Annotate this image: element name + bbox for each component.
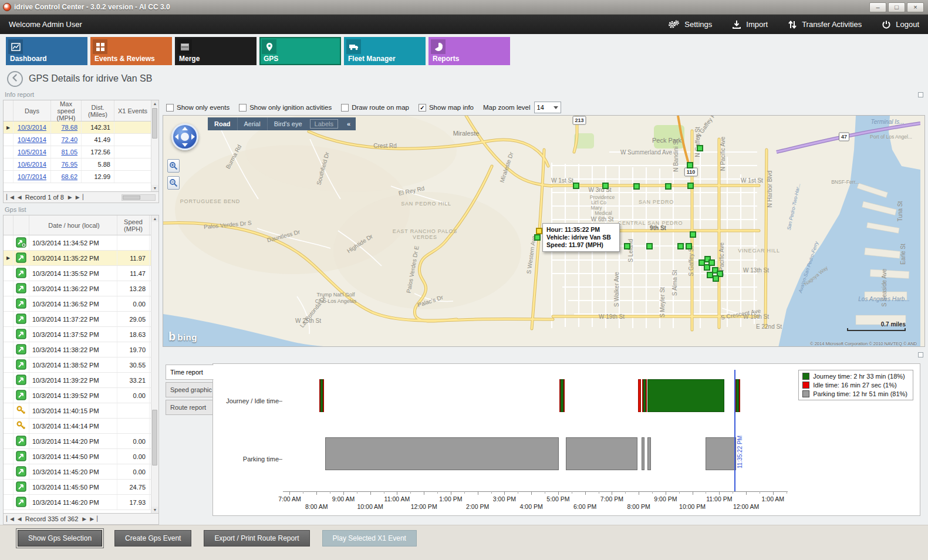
checkbox-box[interactable] — [239, 104, 247, 112]
day-link[interactable]: 10/6/2014 — [18, 161, 46, 168]
gps-list-row[interactable]: 10/3/2014 11:39:52 PM0.00 — [4, 388, 151, 403]
gps-point-marker[interactable] — [686, 243, 692, 249]
pan-east-icon[interactable] — [191, 134, 195, 140]
map-tabs-collapse-icon[interactable]: « — [342, 117, 356, 130]
scroll-down-icon[interactable]: ▼ — [151, 185, 158, 191]
gps-point-marker[interactable] — [677, 243, 684, 249]
checkbox-box[interactable] — [341, 104, 349, 112]
nav-tile-merge[interactable]: Merge — [175, 37, 257, 65]
footer-button-show-gps-selection[interactable]: Show Gps Selection — [18, 530, 102, 546]
nav-tile-events-reviews[interactable]: Events & Reviews — [90, 37, 172, 65]
minimize-button[interactable]: – — [869, 2, 886, 12]
topbar-action-import[interactable]: Import — [732, 20, 768, 29]
info-report-row[interactable]: 10/6/201476.955.88 — [4, 158, 151, 171]
info-report-row[interactable]: 10/5/201481.05172.56 — [4, 146, 151, 158]
prev-page-icon[interactable]: ◀ — [18, 194, 21, 200]
gps-list-row[interactable]: 10/3/2014 11:35:52 PM11.47 — [4, 266, 151, 281]
first-page-icon[interactable]: ▏◀ — [6, 516, 14, 522]
map-style-tab-road[interactable]: Road — [208, 117, 237, 130]
gps-list-row[interactable]: 10/3/2014 11:39:22 PM33.21 — [4, 373, 151, 388]
gps-point-marker[interactable] — [708, 259, 715, 266]
gps-list-row[interactable]: 10/3/2014 11:36:52 PM0.00 — [4, 296, 151, 312]
topbar-action-logout[interactable]: Logout — [882, 20, 919, 29]
pan-north-icon[interactable] — [182, 127, 188, 130]
selected-gps-point-marker[interactable] — [536, 228, 542, 234]
gps-list-vertical-scrollbar[interactable]: ▲ ▼ — [151, 215, 158, 513]
maximize-button[interactable]: □ — [888, 2, 905, 12]
checkbox-draw-route-on-map[interactable]: Draw route on map — [341, 104, 409, 112]
horizontal-scrollbar[interactable] — [122, 194, 156, 201]
topbar-action-settings[interactable]: Settings — [668, 20, 712, 29]
gps-point-marker[interactable] — [690, 231, 696, 238]
gps-list-row[interactable]: 10/3/2014 11:45:50 PM24.75 — [4, 480, 151, 495]
day-link[interactable]: 10/3/2014 — [18, 124, 46, 131]
map-style-tab-labels[interactable]: Labels — [310, 119, 338, 129]
checkbox-show-map-info[interactable]: ✓Show map info — [419, 104, 474, 112]
gps-point-marker[interactable] — [687, 162, 693, 168]
info-report-row[interactable]: ▶10/3/201478.68142.31 — [4, 122, 151, 134]
gps-point-marker[interactable] — [665, 183, 671, 190]
first-page-icon[interactable]: ▏◀ — [6, 194, 14, 200]
nav-tile-dashboard[interactable]: Dashboard — [6, 37, 87, 65]
pan-south-icon[interactable] — [182, 143, 188, 147]
last-page-icon[interactable]: ▶▕ — [76, 194, 83, 200]
chart-tab-time-report[interactable]: Time report — [166, 365, 214, 380]
day-link[interactable]: 10/7/2014 — [18, 173, 46, 180]
gps-list-row[interactable]: ▶10/3/2014 11:35:22 PM11.97 — [4, 251, 151, 266]
max-speed-link[interactable]: 78.68 — [61, 124, 77, 131]
gps-list-row[interactable]: 10/3/2014 11:36:22 PM13.28 — [4, 281, 151, 296]
next-page-icon[interactable]: ▶ — [68, 194, 72, 200]
gps-list-row[interactable]: 10/3/2014 11:34:52 PM — [4, 235, 151, 251]
last-page-icon[interactable]: ▶▕ — [90, 516, 97, 522]
info-report-vertical-scrollbar[interactable]: ▲ ▼ — [151, 100, 158, 191]
zoom-in-button[interactable] — [167, 159, 180, 173]
gps-point-marker[interactable] — [624, 243, 630, 249]
chart-tab-speed-graphic[interactable]: Speed graphic — [166, 382, 213, 397]
pan-center-icon[interactable] — [181, 133, 189, 141]
checkbox-box[interactable] — [166, 104, 174, 112]
close-button[interactable]: × — [907, 2, 924, 12]
gps-point-marker[interactable] — [633, 183, 640, 190]
next-page-icon[interactable]: ▶ — [82, 516, 86, 522]
chart-tab-route-report[interactable]: Route report — [166, 400, 213, 415]
gps-point-marker[interactable] — [646, 243, 653, 249]
gps-list-row[interactable]: 10/3/2014 11:44:50 PM0.00 — [4, 449, 151, 464]
zoom-out-button[interactable] — [167, 176, 180, 190]
gps-point-marker[interactable] — [534, 234, 541, 241]
pan-west-icon[interactable] — [175, 134, 178, 140]
scroll-up-icon[interactable]: ▲ — [151, 215, 158, 222]
gps-point-marker[interactable] — [602, 183, 609, 189]
nav-tile-reports[interactable]: Reports — [428, 37, 510, 65]
map-canvas[interactable]: MiralesteMiraleste DrPeck ParkW Summerla… — [163, 116, 920, 347]
topbar-action-transfer-activities[interactable]: Transfer Activities — [788, 20, 862, 29]
back-button[interactable] — [7, 71, 23, 87]
info-report-row[interactable]: 10/7/201468.6212.99 — [4, 171, 151, 183]
gps-list-row[interactable]: 10/3/2014 11:46:20 PM17.93 — [4, 495, 151, 510]
gps-list-row[interactable]: 10/3/2014 11:45:20 PM0.00 — [4, 464, 151, 480]
nav-tile-fleet-manager[interactable]: Fleet Manager — [344, 37, 426, 65]
info-report-row[interactable]: 10/4/201472.4041.49 — [4, 134, 151, 146]
footer-button-create-gps-event[interactable]: Create Gps Event — [114, 530, 191, 546]
max-speed-link[interactable]: 72.40 — [61, 136, 77, 143]
checkbox-show-only-events[interactable]: Show only events — [166, 104, 230, 112]
scrollbar-thumb[interactable] — [152, 410, 157, 465]
gps-point-marker[interactable] — [713, 275, 719, 282]
checkbox-box[interactable]: ✓ — [419, 104, 426, 112]
checkbox-show-only-ignition-activities[interactable]: Show only ignition activities — [239, 104, 332, 112]
prev-page-icon[interactable]: ◀ — [18, 516, 21, 522]
map-panel-collapse-button[interactable] — [918, 92, 923, 97]
map-style-tab-aerial[interactable]: Aerial — [237, 117, 267, 130]
day-link[interactable]: 10/5/2014 — [18, 149, 46, 156]
scrollbar-thumb[interactable] — [152, 108, 157, 139]
map-pan-compass-icon[interactable] — [171, 123, 198, 150]
gps-list-row[interactable]: 10/3/2014 11:38:52 PM30.55 — [4, 357, 151, 373]
max-speed-link[interactable]: 81.05 — [61, 149, 77, 156]
map-container[interactable]: MiralesteMiraleste DrPeck ParkW Summerla… — [163, 115, 925, 347]
gps-point-marker[interactable] — [573, 183, 579, 189]
scroll-up-icon[interactable]: ▲ — [151, 100, 158, 107]
scrollbar-thumb[interactable] — [123, 195, 140, 200]
gps-list-row[interactable]: 10/3/2014 11:37:22 PM29.05 — [4, 312, 151, 327]
gps-list-row[interactable]: 10/3/2014 11:44:20 PM0.00 — [4, 434, 151, 449]
chart-panel-collapse-button[interactable] — [918, 352, 923, 357]
gps-point-marker[interactable] — [687, 183, 694, 189]
